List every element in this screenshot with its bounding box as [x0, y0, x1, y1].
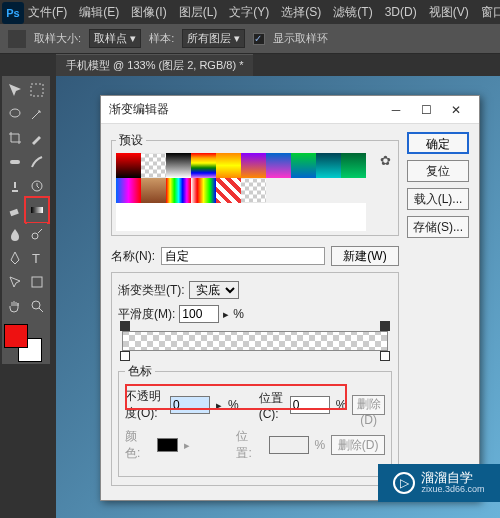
document-tab[interactable]: 手机模型 @ 133% (图层 2, RGB/8) * — [56, 54, 253, 76]
svg-rect-8 — [32, 277, 42, 287]
menu-image[interactable]: 图像(I) — [131, 4, 166, 21]
eyedropper-tool-icon[interactable] — [27, 127, 47, 149]
type-tool-icon[interactable]: T — [27, 247, 47, 269]
smoothness-input[interactable] — [179, 305, 219, 323]
watermark-logo-icon: ▷ — [393, 472, 415, 494]
svg-rect-5 — [31, 207, 43, 213]
gradient-name-input[interactable] — [161, 247, 325, 265]
sample-label: 样本: — [149, 31, 174, 46]
maximize-button[interactable]: ☐ — [411, 103, 441, 117]
menu-type[interactable]: 文字(Y) — [229, 4, 269, 21]
gradient-editor-dialog: 渐变编辑器 ─ ☐ ✕ 预设 ✿ — [100, 95, 480, 501]
color-swatches[interactable] — [4, 324, 42, 362]
gradient-type-label: 渐变类型(T): — [118, 282, 185, 299]
gradient-tool-icon[interactable] — [27, 199, 47, 221]
menu-filter[interactable]: 滤镜(T) — [333, 4, 372, 21]
dialog-title: 渐变编辑器 — [109, 101, 381, 118]
svg-text:T: T — [32, 251, 40, 266]
svg-point-6 — [32, 233, 38, 239]
sample-dropdown[interactable]: 所有图层 ▾ — [182, 29, 245, 48]
sample-size-dropdown[interactable]: 取样点 ▾ — [89, 29, 141, 48]
opacity-input[interactable] — [170, 396, 210, 414]
name-label: 名称(N): — [111, 248, 155, 265]
opacity-stop-left[interactable] — [120, 321, 130, 331]
gear-icon[interactable]: ✿ — [380, 153, 394, 167]
menu-window[interactable]: 窗口(W) — [481, 4, 500, 21]
svg-rect-2 — [10, 160, 20, 164]
blur-tool-icon[interactable] — [5, 223, 25, 245]
position-input[interactable] — [290, 396, 330, 414]
watermark: ▷ 溜溜自学 zixue.3d66.com — [378, 464, 500, 502]
load-button[interactable]: 载入(L)... — [407, 188, 469, 210]
move-tool-icon[interactable] — [5, 79, 25, 101]
stops-fieldset: 色标 不透明度(O): ▸ % 位置(C): % 删除(D) 颜色: ▸ — [118, 363, 392, 477]
stamp-tool-icon[interactable] — [5, 175, 25, 197]
color-stop-left[interactable] — [120, 351, 130, 361]
delete-color-button: 删除(D) — [331, 435, 385, 455]
save-button[interactable]: 存储(S)... — [407, 216, 469, 238]
menu-layer[interactable]: 图层(L) — [179, 4, 218, 21]
lasso-tool-icon[interactable] — [5, 103, 25, 125]
brush-tool-icon[interactable] — [27, 151, 47, 173]
app-logo: Ps — [2, 2, 24, 24]
minimize-button[interactable]: ─ — [381, 103, 411, 117]
menu-select[interactable]: 选择(S) — [281, 4, 321, 21]
wand-tool-icon[interactable] — [27, 103, 47, 125]
menu-edit[interactable]: 编辑(E) — [79, 4, 119, 21]
eyedropper-icon — [8, 30, 26, 48]
crop-tool-icon[interactable] — [5, 127, 25, 149]
watermark-url: zixue.3d66.com — [421, 485, 484, 495]
gradient-bar[interactable] — [122, 331, 388, 351]
presets-fieldset: 预设 ✿ — [111, 132, 399, 236]
menu-3d[interactable]: 3D(D) — [385, 5, 417, 19]
opacity-label: 不透明度(O): — [125, 388, 164, 422]
stops-legend: 色标 — [125, 363, 155, 380]
history-brush-icon[interactable] — [27, 175, 47, 197]
close-button[interactable]: ✕ — [441, 103, 471, 117]
opacity-stop-right[interactable] — [380, 321, 390, 331]
ok-button[interactable]: 确定 — [407, 132, 469, 154]
document-tabs: 手机模型 @ 133% (图层 2, RGB/8) * — [56, 54, 253, 76]
menu-view[interactable]: 视图(V) — [429, 4, 469, 21]
svg-rect-0 — [31, 84, 43, 96]
show-ring-label: 显示取样环 — [273, 31, 328, 46]
zoom-tool-icon[interactable] — [27, 295, 47, 317]
percent-label-1: % — [233, 307, 244, 321]
reset-button[interactable]: 复位 — [407, 160, 469, 182]
menu-file[interactable]: 文件(F) — [28, 4, 67, 21]
smoothness-label: 平滑度(M): — [118, 306, 175, 323]
color-swatch[interactable] — [157, 438, 178, 452]
show-ring-checkbox[interactable] — [253, 33, 265, 45]
hand-tool-icon[interactable] — [5, 295, 25, 317]
percent-label-3: % — [336, 398, 347, 412]
toolbox: T — [2, 76, 50, 364]
heal-tool-icon[interactable] — [5, 151, 25, 173]
path-select-icon[interactable] — [5, 271, 25, 293]
percent-label-2: % — [228, 398, 239, 412]
color-position-input — [269, 436, 309, 454]
color-label: 颜色: — [125, 428, 151, 462]
gradient-type-select[interactable]: 实底 — [189, 281, 239, 299]
delete-stop-button[interactable]: 删除(D) — [352, 395, 385, 415]
color-stop-right[interactable] — [380, 351, 390, 361]
sample-size-label: 取样大小: — [34, 31, 81, 46]
presets-legend: 预设 — [116, 132, 146, 149]
svg-point-1 — [10, 109, 20, 117]
shape-tool-icon[interactable] — [27, 271, 47, 293]
position-label: 位置(C): — [259, 390, 284, 421]
pen-tool-icon[interactable] — [5, 247, 25, 269]
position-label-2: 位置: — [236, 428, 262, 462]
eraser-tool-icon[interactable] — [5, 199, 25, 221]
new-gradient-button[interactable]: 新建(W) — [331, 246, 399, 266]
svg-point-9 — [32, 301, 40, 309]
menu-bar: 文件(F) 编辑(E) 图像(I) 图层(L) 文字(Y) 选择(S) 滤镜(T… — [28, 0, 500, 24]
watermark-brand: 溜溜自学 — [421, 471, 484, 485]
percent-label-4: % — [315, 438, 326, 452]
preset-swatch-grid[interactable] — [116, 153, 366, 231]
dodge-tool-icon[interactable] — [27, 223, 47, 245]
gradient-settings-fieldset: 渐变类型(T): 实底 平滑度(M): ▸ % 色标 — [111, 272, 399, 486]
marquee-tool-icon[interactable] — [27, 79, 47, 101]
fg-color-swatch[interactable] — [4, 324, 28, 348]
svg-rect-4 — [10, 209, 19, 216]
options-bar: 取样大小: 取样点 ▾ 样本: 所有图层 ▾ 显示取样环 — [0, 24, 500, 54]
